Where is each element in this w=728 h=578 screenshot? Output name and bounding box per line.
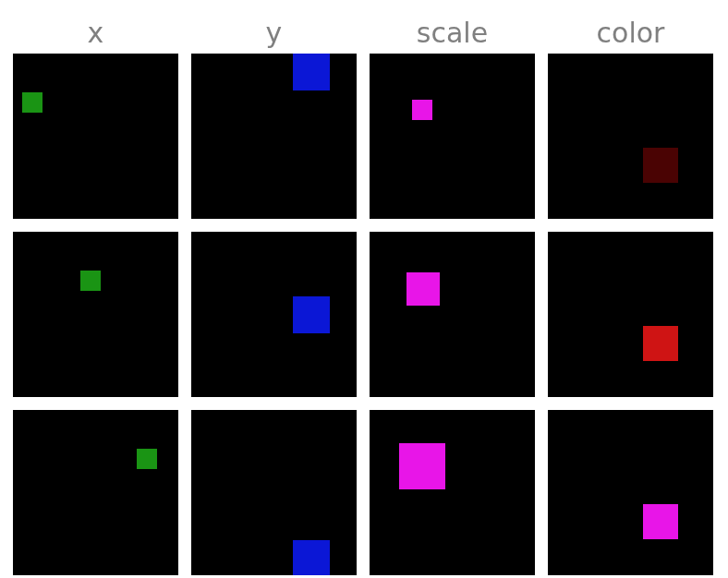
panel-cell [548,54,713,219]
square-icon [22,92,42,113]
square-icon [643,326,678,361]
panel-row [13,232,715,397]
square-icon [643,148,678,183]
panel-rows [13,54,715,575]
panel-cell [548,410,713,575]
square-icon [137,449,157,469]
square-icon [293,54,330,90]
panel-cell [13,410,178,575]
panel-cell [370,232,535,397]
panel-row [13,54,715,219]
panel-row [13,410,715,575]
square-icon [412,100,432,120]
col-header-color: color [548,18,713,52]
square-icon [643,504,678,539]
square-icon [293,540,330,575]
square-icon [399,443,445,489]
panel-cell [370,410,535,575]
col-header-y: y [191,18,357,52]
column-headers: x y scale color [13,18,715,52]
panel-cell [13,232,178,397]
square-icon [406,272,440,306]
panel-cell [191,232,357,397]
panel-cell [13,54,178,219]
panel-cell [191,410,357,575]
col-header-x: x [13,18,178,52]
panel-grid: x y scale color [13,18,715,575]
square-icon [293,296,330,333]
panel-cell [548,232,713,397]
square-icon [80,271,101,291]
panel-cell [370,54,535,219]
col-header-scale: scale [370,18,535,52]
panel-cell [191,54,357,219]
